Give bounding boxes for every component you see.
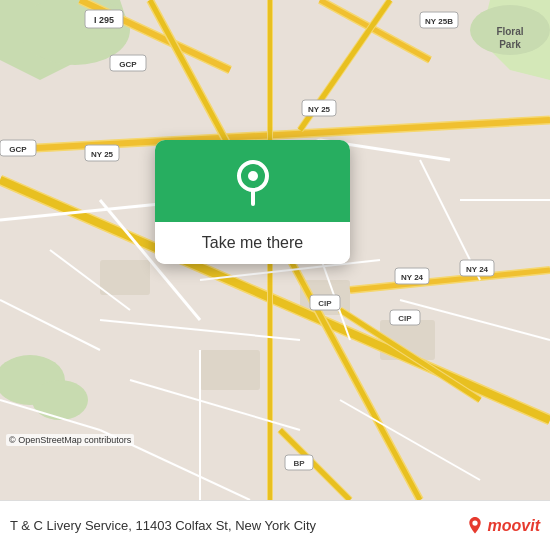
location-pin-icon	[233, 158, 273, 208]
svg-text:I 295: I 295	[94, 15, 114, 25]
map-container: I 295 GCP GCP NY 25 NY 25 NY 25B NY 24 N…	[0, 0, 550, 500]
take-me-there-button[interactable]: Take me there	[155, 222, 350, 264]
svg-text:GCP: GCP	[9, 145, 27, 154]
svg-rect-10	[200, 350, 260, 390]
moovit-pin-icon	[466, 517, 484, 535]
popup-card: Take me there	[155, 140, 350, 264]
popup-card-header	[155, 140, 350, 222]
location-address: T & C Livery Service, 11403 Colfax St, N…	[10, 518, 466, 533]
svg-text:NY 25: NY 25	[91, 150, 114, 159]
osm-attribution: © OpenStreetMap contributors	[6, 434, 134, 446]
bottom-bar: T & C Livery Service, 11403 Colfax St, N…	[0, 500, 550, 550]
svg-point-75	[248, 171, 258, 181]
svg-text:BP: BP	[293, 459, 305, 468]
svg-point-77	[472, 520, 477, 525]
moovit-brand-text: moovit	[488, 517, 540, 535]
svg-text:Floral: Floral	[496, 26, 523, 37]
svg-text:NY 25: NY 25	[308, 105, 331, 114]
svg-rect-11	[100, 260, 150, 295]
svg-text:NY 24: NY 24	[401, 273, 424, 282]
svg-text:CIP: CIP	[398, 314, 412, 323]
moovit-logo: moovit	[466, 517, 540, 535]
svg-text:NY 24: NY 24	[466, 265, 489, 274]
svg-point-6	[32, 380, 88, 420]
svg-text:NY 25B: NY 25B	[425, 17, 453, 26]
svg-text:Park: Park	[499, 39, 521, 50]
svg-text:CIP: CIP	[318, 299, 332, 308]
svg-text:GCP: GCP	[119, 60, 137, 69]
